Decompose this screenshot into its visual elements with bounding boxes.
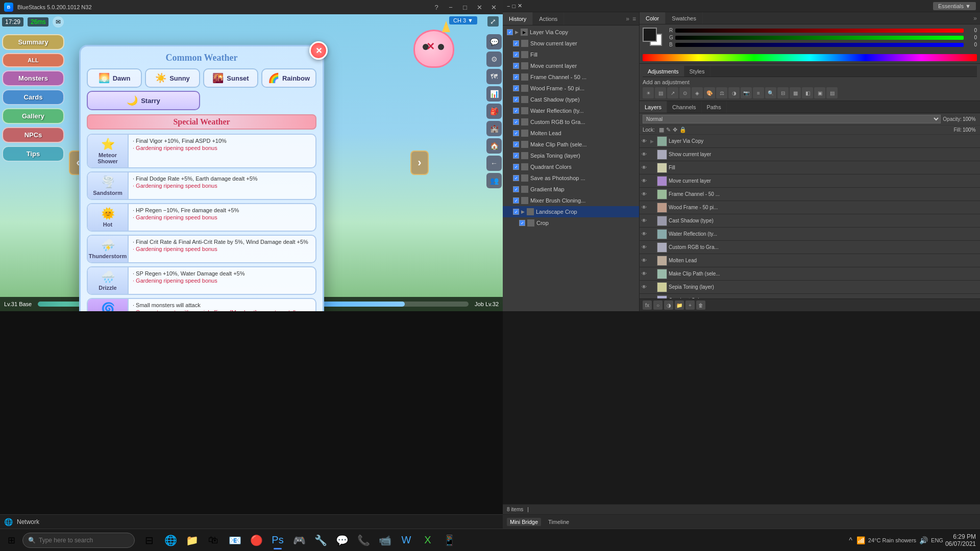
channels-tab[interactable]: Channels [667, 101, 701, 113]
r-slider[interactable] [675, 29, 964, 33]
layer-row-via-copy[interactable]: 👁 ▶ Layer Via Copy [640, 135, 980, 148]
blend-mode-select[interactable]: Normal Multiply Screen [643, 115, 941, 123]
layer-vis-5[interactable]: 👁 [642, 205, 649, 210]
tray-volume-icon[interactable]: 🔊 [918, 535, 929, 545]
ps-essentials-btn[interactable]: Essentials ▼ [933, 2, 976, 10]
actions-tab[interactable]: Actions [533, 12, 564, 25]
layer-vis-7[interactable]: 👁 [642, 231, 649, 237]
action-crop[interactable]: ✓ Crop [503, 217, 639, 229]
layer-row-cast-shadow[interactable]: 👁 Cast Shadow (type) [640, 214, 980, 228]
action-cast-shadow[interactable]: ✓ Cast Shadow (type) [503, 94, 639, 105]
nav-arrow-right[interactable]: › [410, 151, 429, 175]
adj-levels-btn[interactable]: ▤ [655, 87, 666, 98]
action-save-photoshop[interactable]: ✓ Save as Photoshop ... [503, 172, 639, 184]
nav-tips[interactable]: Tips [2, 146, 64, 162]
layer-vis-0[interactable]: 👁 [642, 138, 649, 144]
action-checkbox-2[interactable]: ✓ [513, 52, 519, 58]
adj-hsl-btn[interactable]: 🎨 [704, 87, 715, 98]
action-checkbox-7[interactable]: ✓ [513, 108, 519, 114]
layer-vis-6[interactable]: 👁 [642, 218, 649, 223]
tray-show-hidden[interactable]: ^ [848, 535, 853, 545]
taskbar-app-games[interactable]: 🎮 [289, 530, 309, 550]
action-checkbox-1[interactable]: ✓ [513, 40, 519, 46]
layer-vis-1[interactable]: 👁 [642, 152, 649, 157]
color-panel-expand[interactable]: » [970, 15, 980, 22]
action-gradient-map[interactable]: ✓ Gradient Map [503, 184, 639, 195]
modal-close-button[interactable]: ✕ [309, 41, 328, 60]
layer-fx-btn[interactable]: fx [643, 300, 652, 310]
action-show-layer[interactable]: ✓ Show current layer [503, 38, 639, 49]
adj-color-lookup-btn[interactable]: 🔍 [765, 87, 776, 98]
timeline-tab[interactable]: Timeline [545, 518, 572, 526]
inventory-icon-btn[interactable]: 🎒 [486, 104, 502, 119]
layer-row-custom-rgb[interactable]: 👁 Custom RGB to Gra... [640, 241, 980, 254]
action-checkbox-6[interactable]: ✓ [513, 96, 519, 103]
action-fill[interactable]: ✓ Fill [503, 49, 639, 60]
action-molten-lead[interactable]: ✓ Molten Lead [503, 128, 639, 139]
fullscreen-btn[interactable]: ⤢ [487, 16, 499, 27]
layer-vis-11[interactable]: 👁 [642, 284, 649, 290]
action-move-layer[interactable]: ✓ Move current layer [503, 60, 639, 71]
adj-curves-btn[interactable]: ↗ [667, 87, 678, 98]
adj-posterize-btn[interactable]: ▦ [790, 87, 801, 98]
nav-gallery[interactable]: Gallery [2, 108, 64, 124]
layer-arrow-0[interactable]: ▶ [650, 139, 655, 144]
weather-sunny-btn[interactable]: ☀️ Sunny [145, 68, 200, 88]
color-spectrum-bar[interactable] [643, 54, 977, 61]
taskbar-search[interactable]: 🔍 Type here to search [22, 533, 135, 548]
layer-row-show-layer[interactable]: 👁 Show current layer [640, 148, 980, 161]
chat-icon-btn[interactable]: 💬 [486, 34, 502, 49]
nav-monsters[interactable]: Monsters [2, 70, 64, 86]
layer-delete-btn[interactable]: 🗑 [696, 300, 705, 310]
taskbar-app-ps[interactable]: Ps [267, 530, 288, 550]
action-expand-16[interactable]: ▶ [521, 209, 525, 214]
taskbar-app-settings[interactable]: 🔧 [310, 530, 331, 550]
color-tab[interactable]: Color [640, 12, 666, 24]
layer-vis-3[interactable]: 👁 [642, 178, 649, 184]
layer-vis-4[interactable]: 👁 [642, 191, 649, 197]
nav-summary[interactable]: Summary [2, 34, 64, 50]
special-item-sandstorm[interactable]: 🌪️ Sandstorm · Final Dodge Rate +5%, Ear… [87, 171, 316, 200]
home-icon-btn[interactable]: 🏠 [486, 138, 502, 154]
action-clip-path[interactable]: ✓ Make Clip Path (sele... [503, 139, 639, 150]
layer-mask-btn[interactable]: ○ [653, 300, 663, 310]
bs-help-btn[interactable]: ? [431, 2, 442, 12]
layer-row-quadrant[interactable]: 👁 Quadrant Colors [640, 294, 980, 298]
taskbar-app-chrome[interactable]: 🔴 [246, 530, 266, 550]
bs-restore-btn[interactable]: □ [460, 2, 470, 12]
layer-vis-2[interactable]: 👁 [642, 165, 649, 170]
layer-row-water-refl[interactable]: 👁 Water Reflection (ty... [640, 228, 980, 241]
action-checkbox-16[interactable]: ✓ [513, 209, 519, 215]
action-checkbox-9[interactable]: ✓ [513, 130, 519, 136]
adj-brightness-btn[interactable]: ☀ [643, 87, 654, 98]
nav-all[interactable]: ALL [2, 53, 64, 67]
history-tab[interactable]: History [503, 12, 533, 25]
action-custom-rgb[interactable]: ✓ Custom RGB to Gra... [503, 116, 639, 128]
layers-tab[interactable]: Layers [640, 101, 667, 113]
channel-badge[interactable]: CH 3 ▼ [449, 16, 477, 24]
adj-selective-color-btn[interactable]: ▣ [814, 87, 825, 98]
special-item-thunder[interactable]: ⛈️ Thunderstorm · Final Crit Rate & Fina… [87, 235, 316, 263]
ps-window-controls-minimize[interactable]: − [507, 3, 510, 9]
layer-row-clip-path[interactable]: 👁 Make Clip Path (sele... [640, 267, 980, 281]
action-checkbox-17[interactable]: ✓ [519, 220, 525, 226]
taskbar-app-word[interactable]: W [396, 530, 416, 550]
action-frame-channel[interactable]: ✓ Frame Channel - 50 ... [503, 71, 639, 83]
taskbar-app-zoom[interactable]: 📹 [375, 530, 395, 550]
layer-new-btn[interactable]: + [685, 300, 695, 310]
adj-gradient-map-btn[interactable]: ▤ [826, 87, 838, 98]
party-icon-btn[interactable]: 👥 [486, 173, 502, 188]
adj-vibrance-btn[interactable]: ◈ [692, 87, 703, 98]
options-btn[interactable]: ≡ [631, 14, 637, 23]
action-checkbox-15[interactable]: ✓ [513, 197, 519, 204]
taskbar-app-explorer[interactable]: 📁 [182, 530, 202, 550]
layer-row-fill[interactable]: 👁 Fill [640, 161, 980, 174]
adj-styles-tab[interactable]: Styles [684, 66, 710, 77]
action-expand-0[interactable]: ▶ [515, 30, 519, 35]
special-item-void[interactable]: 🌀 Void · Small monsters will attack · Ca… [87, 298, 316, 311]
layer-vis-9[interactable]: 👁 [642, 258, 649, 263]
b-slider[interactable] [675, 43, 964, 47]
action-checkbox-14[interactable]: ✓ [513, 186, 519, 192]
action-checkbox-3[interactable]: ✓ [513, 63, 519, 69]
action-quadrant[interactable]: ✓ Quadrant Colors [503, 161, 639, 172]
